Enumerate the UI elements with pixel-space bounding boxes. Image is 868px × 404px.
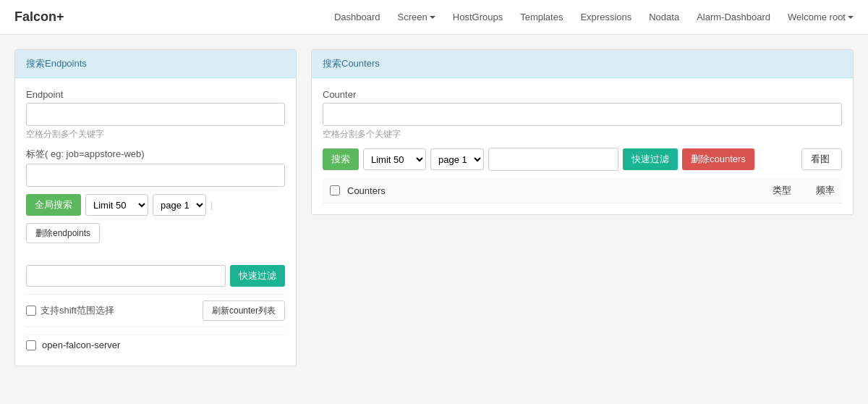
global-search-button[interactable]: 全局搜索 <box>26 194 81 216</box>
main-content: 搜索Endpoints Endpoint 空格分割多个关键字 标签( eg: j… <box>0 35 868 381</box>
endpoint-group: Endpoint 空格分割多个关键字 <box>26 89 285 140</box>
counter-col-freq: 频率 <box>791 184 835 197</box>
counter-group: Counter 空格分割多个关键字 <box>323 89 842 140</box>
right-limit-select[interactable]: Limit 50 Limit 100 Limit 200 <box>363 148 426 170</box>
shift-label: 支持shift范围选择 <box>26 304 114 317</box>
left-quick-filter-input[interactable] <box>26 265 226 287</box>
nav-item-expressions[interactable]: Expressions <box>580 12 631 22</box>
host-name: open-falcon-server <box>42 340 120 350</box>
host-item: open-falcon-server <box>26 334 285 355</box>
delete-counters-button[interactable]: 删除counters <box>682 148 754 170</box>
nav-item-templates[interactable]: Templates <box>520 12 563 22</box>
right-panel-header: 搜索Counters <box>312 50 853 78</box>
counter-table-header: Counters 类型 频率 <box>323 178 842 203</box>
nav-item-dashboard[interactable]: Dashboard <box>334 12 380 22</box>
nav-item-hostgroups[interactable]: HostGroups <box>453 12 503 22</box>
view-chart-button[interactable]: 看图 <box>801 148 842 170</box>
left-panel-body: Endpoint 空格分割多个关键字 标签( eg: job=appstore-… <box>15 78 296 366</box>
right-quick-filter-button[interactable]: 快速过滤 <box>623 148 678 170</box>
counter-input[interactable] <box>323 103 842 126</box>
left-panel-header: 搜索Endpoints <box>15 50 296 78</box>
counter-col-label: Counters <box>347 185 748 196</box>
left-toolbar: 全局搜索 Limit 50 Limit 100 Limit 200 page 1… <box>26 194 285 216</box>
right-toolbar: 搜索 Limit 50 Limit 100 Limit 200 page 1 p… <box>323 148 842 171</box>
shift-checkbox[interactable] <box>26 306 36 316</box>
nav-link-expressions[interactable]: Expressions <box>580 12 631 22</box>
counter-hint: 空格分割多个关键字 <box>323 128 842 140</box>
counter-label: Counter <box>323 89 842 100</box>
nav-link-alarm[interactable]: Alarm-Dashboard <box>697 12 770 22</box>
nav-item-screen[interactable]: Screen <box>398 12 435 22</box>
nav-link-dashboard[interactable]: Dashboard <box>334 12 380 22</box>
shift-range-row: 支持shift范围选择 刷新counter列表 <box>26 294 285 327</box>
right-filter-input[interactable] <box>488 148 618 171</box>
right-page-select[interactable]: page 1 page 2 page 3 <box>430 148 484 170</box>
host-checkbox[interactable] <box>26 340 36 350</box>
counter-col-type: 类型 <box>748 184 791 197</box>
left-limit-select[interactable]: Limit 50 Limit 100 Limit 200 <box>85 194 148 216</box>
chevron-down-icon <box>430 16 435 19</box>
left-panel: 搜索Endpoints Endpoint 空格分割多个关键字 标签( eg: j… <box>14 49 297 366</box>
navbar: Falcon+ Dashboard Screen HostGroups Temp… <box>0 0 868 35</box>
delete-endpoints-group: 删除endpoints <box>26 223 285 243</box>
left-page-select[interactable]: page 1 page 2 page 3 <box>153 194 206 216</box>
tag-input[interactable] <box>26 164 285 187</box>
nav-item-user[interactable]: Welcome root <box>788 12 854 22</box>
endpoint-label: Endpoint <box>26 89 285 100</box>
quick-filter-row: 快速过滤 <box>26 265 285 287</box>
nav-link-hostgroups[interactable]: HostGroups <box>453 12 503 22</box>
endpoint-input[interactable] <box>26 103 285 126</box>
nav-item-alarm[interactable]: Alarm-Dashboard <box>697 12 770 22</box>
tag-label: 标签( eg: job=appstore-web) <box>26 148 285 161</box>
tag-group: 标签( eg: job=appstore-web) <box>26 148 285 187</box>
nav-dropdown-screen[interactable]: Screen <box>398 12 435 22</box>
nav-menu: Dashboard Screen HostGroups Templates Ex… <box>334 12 854 22</box>
refresh-counter-button[interactable]: 刷新counter列表 <box>203 300 285 321</box>
brand: Falcon+ <box>14 9 64 25</box>
delete-endpoints-button[interactable]: 删除endpoints <box>26 223 100 243</box>
counter-all-checkbox[interactable] <box>330 185 340 195</box>
left-panel-title: 搜索Endpoints <box>26 58 87 69</box>
counter-search-button[interactable]: 搜索 <box>323 148 359 170</box>
right-panel: 搜索Counters Counter 空格分割多个关键字 搜索 Limit 50… <box>311 49 854 215</box>
right-panel-title: 搜索Counters <box>323 58 380 69</box>
nav-link-templates[interactable]: Templates <box>520 12 563 22</box>
right-panel-body: Counter 空格分割多个关键字 搜索 Limit 50 Limit 100 … <box>312 78 853 214</box>
nav-item-nodata[interactable]: Nodata <box>649 12 679 22</box>
chevron-down-icon-user <box>848 16 854 19</box>
left-quick-filter-button[interactable]: 快速过滤 <box>230 265 285 287</box>
nav-dropdown-user[interactable]: Welcome root <box>788 12 854 22</box>
endpoint-hint: 空格分割多个关键字 <box>26 128 285 140</box>
nav-link-nodata[interactable]: Nodata <box>649 12 679 22</box>
